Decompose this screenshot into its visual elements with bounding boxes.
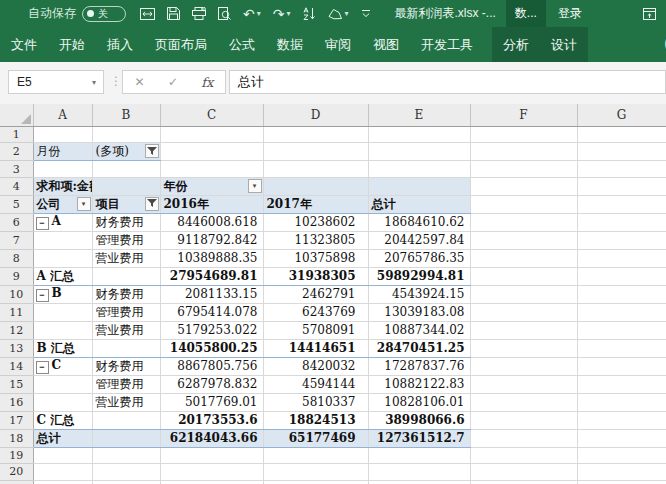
cell-A14[interactable]: −C: [33, 357, 92, 375]
row-header-8[interactable]: 8: [0, 249, 33, 267]
cell-A17[interactable]: C 汇总: [33, 411, 92, 429]
cell-A10[interactable]: −B: [33, 285, 92, 303]
cell-E10[interactable]: 4543924.15: [368, 285, 470, 303]
cell-D6[interactable]: 10238602: [263, 213, 368, 231]
row-header-15[interactable]: 15: [0, 375, 33, 393]
cell-E6[interactable]: 18684610.62: [368, 213, 470, 231]
cell-D4[interactable]: [263, 177, 368, 195]
cell-D10[interactable]: 2462791: [263, 285, 368, 303]
cell-A2[interactable]: 月份: [33, 143, 92, 161]
cell-B19[interactable]: [92, 447, 160, 463]
cell-C11[interactable]: 6795414.078: [160, 303, 263, 321]
cell-D13[interactable]: 14414651: [263, 339, 368, 357]
row-header-10[interactable]: 10: [0, 285, 33, 303]
cell-A19[interactable]: [33, 447, 92, 463]
cell-F18[interactable]: [470, 429, 577, 447]
cell-B18[interactable]: [92, 429, 160, 447]
save-icon[interactable]: [167, 7, 180, 20]
cell-C2[interactable]: [160, 143, 263, 161]
sort-az-icon[interactable]: [303, 7, 316, 20]
cell-A5[interactable]: 公司▾: [33, 195, 92, 213]
cell-D19[interactable]: [263, 447, 368, 463]
row-header-18[interactable]: 18: [0, 429, 33, 447]
collapse-group-A-icon[interactable]: −: [36, 217, 49, 230]
cell-E3[interactable]: [368, 161, 470, 177]
cell-F12[interactable]: [470, 321, 577, 339]
cell-G7[interactable]: [577, 231, 666, 249]
cell-C4[interactable]: 年份▾: [160, 177, 263, 195]
cell-C7[interactable]: 9118792.842: [160, 231, 263, 249]
cell-B10[interactable]: 财务费用: [92, 285, 160, 303]
tab-公式[interactable]: 公式: [218, 27, 266, 62]
tab-审阅[interactable]: 审阅: [314, 27, 362, 62]
cell-G20[interactable]: [577, 464, 666, 480]
cell-B17[interactable]: [92, 411, 160, 429]
col-header-F[interactable]: F: [470, 104, 577, 127]
cell-A20[interactable]: [33, 464, 92, 480]
enter-icon[interactable]: ✓: [168, 75, 178, 89]
cell-A12[interactable]: [33, 321, 92, 339]
cell-C8[interactable]: 10389888.35: [160, 249, 263, 267]
cell-A4[interactable]: 求和项:金额: [33, 177, 92, 195]
cell-C6[interactable]: 8446008.618: [160, 213, 263, 231]
year-field-dropdown-icon[interactable]: ▾: [248, 179, 262, 193]
cell-E8[interactable]: 20765786.35: [368, 249, 470, 267]
cell-E15[interactable]: 10882122.83: [368, 375, 470, 393]
cell-F17[interactable]: [470, 411, 577, 429]
cell-B5[interactable]: 项目: [92, 195, 160, 213]
print-preview-icon[interactable]: [218, 7, 231, 20]
insert-function-icon[interactable]: fx: [201, 75, 213, 90]
row-header-9[interactable]: 9: [0, 267, 33, 285]
cell-F14[interactable]: [470, 357, 577, 375]
cell-G14[interactable]: [577, 357, 666, 375]
cell-G4[interactable]: [577, 177, 666, 195]
print-icon[interactable]: [192, 7, 206, 20]
cell-E13[interactable]: 28470451.25: [368, 339, 470, 357]
cell-D16[interactable]: 5810337: [263, 393, 368, 411]
col-header-A[interactable]: A: [33, 104, 92, 127]
cell-A3[interactable]: [33, 161, 92, 177]
cell-B6[interactable]: 财务费用: [92, 213, 160, 231]
window-switch-icon[interactable]: [140, 8, 155, 20]
cell-C17[interactable]: 20173553.6: [160, 411, 263, 429]
cell-G10[interactable]: [577, 285, 666, 303]
tab-数据[interactable]: 数据: [266, 27, 314, 62]
row-header-2[interactable]: 2: [0, 143, 33, 161]
cell-G1[interactable]: [577, 127, 666, 143]
cell-C12[interactable]: 5179253.022: [160, 321, 263, 339]
cell-B21[interactable]: [92, 480, 160, 484]
collapse-group-B-icon[interactable]: −: [36, 289, 49, 302]
cell-G2[interactable]: [577, 143, 666, 161]
row-header-21[interactable]: 21: [0, 480, 33, 484]
cell-D1[interactable]: [263, 127, 368, 143]
cell-C9[interactable]: 27954689.81: [160, 267, 263, 285]
cell-B12[interactable]: 营业费用: [92, 321, 160, 339]
row-header-12[interactable]: 12: [0, 321, 33, 339]
cell-E12[interactable]: 10887344.02: [368, 321, 470, 339]
project-filter-icon[interactable]: [145, 197, 159, 211]
cell-A21[interactable]: [33, 480, 92, 484]
cell-D14[interactable]: 8420032: [263, 357, 368, 375]
cell-A9[interactable]: A 汇总: [33, 267, 92, 285]
cell-D15[interactable]: 4594144: [263, 375, 368, 393]
cell-G17[interactable]: [577, 411, 666, 429]
cell-B4[interactable]: [92, 177, 160, 195]
row-header-16[interactable]: 16: [0, 393, 33, 411]
tab-开始[interactable]: 开始: [48, 27, 96, 62]
cell-B13[interactable]: [92, 339, 160, 357]
cell-B1[interactable]: [92, 127, 160, 143]
cell-C18[interactable]: 62184043.66: [160, 429, 263, 447]
cell-G18[interactable]: [577, 429, 666, 447]
cell-G12[interactable]: [577, 321, 666, 339]
cell-F7[interactable]: [470, 231, 577, 249]
row-header-19[interactable]: 19: [0, 447, 33, 463]
cell-A15[interactable]: [33, 375, 92, 393]
collapse-group-C-icon[interactable]: −: [36, 361, 49, 374]
cell-A8[interactable]: [33, 249, 92, 267]
ribbon-display-options-icon[interactable]: [643, 8, 656, 20]
cell-B2[interactable]: (多项): [92, 143, 160, 161]
cell-C1[interactable]: [160, 127, 263, 143]
cell-F1[interactable]: [470, 127, 577, 143]
cell-F4[interactable]: [470, 177, 577, 195]
col-header-E[interactable]: E: [368, 104, 470, 127]
